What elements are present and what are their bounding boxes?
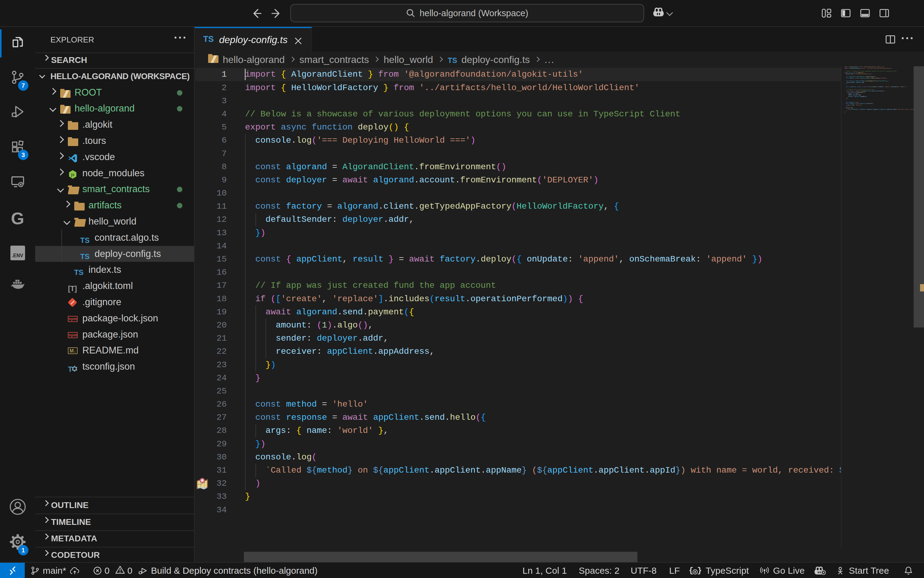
svg-text:js: js xyxy=(71,172,75,177)
